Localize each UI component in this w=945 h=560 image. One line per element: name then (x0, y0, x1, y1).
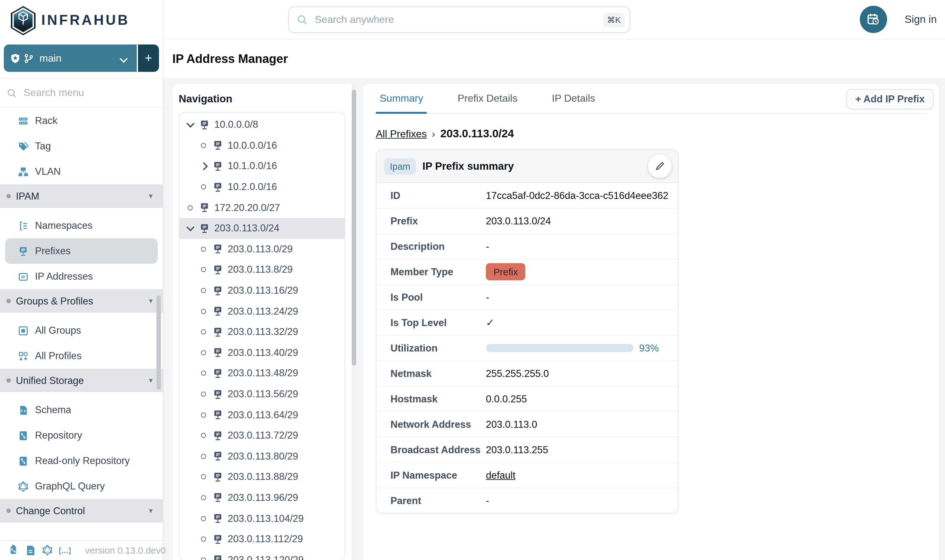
chevron-down-icon (121, 52, 126, 64)
global-search-input[interactable] (313, 13, 597, 26)
tree-node-label: 203.0.113.80/29 (228, 451, 298, 462)
prefix-summary-card: Ipam IP Prefix summary ID 17cca5af-0dc2-… (376, 149, 678, 514)
svg-text:IP: IP (216, 163, 219, 167)
tree-node[interactable]: IP 203.0.113.112/29 (179, 529, 345, 549)
svg-text:IP: IP (216, 535, 219, 540)
ip-prefix-icon: IP (213, 140, 223, 151)
sidebar-item-vlan[interactable]: VLAN (0, 159, 163, 184)
tree-node[interactable]: IP 203.0.113.88/29 (179, 466, 345, 487)
sidebar-item-read-only-repository[interactable]: Read-only Repository (0, 448, 163, 474)
sidebar-item-all-groups[interactable]: All Groups (0, 318, 163, 343)
main-column: ⌘K Sign in IP Address Manager Nav (163, 0, 945, 560)
tree-node-label: 203.0.113.120/29 (228, 554, 304, 560)
sidebar-item-namespaces[interactable]: Namespaces (0, 213, 163, 238)
tree-node[interactable]: IP 10.1.0.0/16 (179, 156, 345, 176)
nav-panel-scrollbar-thumb[interactable] (351, 90, 356, 366)
graphql-icon[interactable] (42, 545, 53, 556)
tree-node[interactable]: IP 172.20.20.0/27 (179, 197, 345, 218)
swagger-icon[interactable]: {…} (59, 545, 71, 556)
detail-label: Description (390, 241, 486, 252)
chevron-down-icon[interactable] (186, 227, 194, 231)
detail-row-ip-namespace: IP Namespace default (376, 463, 678, 488)
sidebar: INFRAHUB main + (0, 0, 163, 560)
tree-node-label: 203.0.113.0/29 (228, 243, 293, 255)
sidebar-item-rack[interactable]: Rack (0, 108, 163, 134)
time-travel-button[interactable] (859, 6, 887, 33)
utilization-percent: 93% (639, 342, 659, 354)
sidebar-section-groups-profiles[interactable]: Groups & Profiles ▼ (0, 289, 163, 313)
breadcrumb-link-all-prefixes[interactable]: All Prefixes (376, 128, 427, 140)
sidebar-item-label: All Groups (35, 325, 81, 336)
tree-node[interactable]: IP 203.0.113.0/29 (179, 239, 345, 259)
detail-row-utilization: Utilization 93% (376, 335, 678, 361)
tree-node[interactable]: IP 203.0.113.40/29 (179, 342, 345, 363)
sign-in-button[interactable]: Sign in (905, 13, 937, 25)
tree-node[interactable]: IP 203.0.113.56/29 (179, 384, 345, 404)
tree-node[interactable]: IP 10.0.0.0/16 (179, 135, 345, 156)
section-dot (6, 509, 11, 513)
tab-ip-details[interactable]: IP Details (548, 93, 599, 114)
namespace-link[interactable]: default (486, 469, 515, 481)
checkmark-icon: ✓ (486, 317, 495, 329)
leaf-dot-icon (199, 329, 208, 334)
tree-node[interactable]: IP 203.0.113.96/29 (179, 487, 345, 508)
sidebar-item-repository[interactable]: Repository (0, 423, 163, 448)
tree-node[interactable]: IP 203.0.113.64/29 (179, 405, 345, 425)
tree-node[interactable]: IP 203.0.113.16/29 (179, 280, 345, 301)
ip-prefix-icon: IP (199, 223, 210, 234)
leaf-dot-icon (199, 247, 208, 252)
breadcrumb: All Prefixes › 203.0.113.0/24 (376, 127, 926, 140)
leaf-dot-icon (199, 557, 208, 560)
sidebar-item-tag[interactable]: Tag (0, 134, 163, 159)
detail-value-text: - (486, 291, 489, 303)
tree-node[interactable]: IP 203.0.113.8/29 (179, 259, 345, 280)
svg-text:IP: IP (202, 225, 206, 229)
leaf-dot-icon (199, 537, 208, 542)
tree-node[interactable]: IP 203.0.113.80/29 (179, 446, 345, 466)
tree-node[interactable]: IP 203.0.113.32/29 (179, 322, 345, 342)
tree-node[interactable]: IP 203.0.113.24/29 (179, 301, 345, 322)
detail-label: Parent (390, 495, 486, 506)
sidebar-section-change-control[interactable]: Change Control ▼ (0, 499, 163, 523)
branch-selector[interactable]: main (4, 45, 137, 72)
chevron-down-icon[interactable] (186, 123, 194, 127)
sidebar-scrollbar[interactable] (156, 295, 161, 390)
namespaces-icon (18, 220, 29, 231)
svg-text:IP: IP (216, 349, 219, 354)
tree-node[interactable]: IP 203.0.113.48/29 (179, 363, 345, 384)
docs-icon[interactable] (25, 545, 36, 556)
tree-node[interactable]: IP 203.0.113.0/24 (179, 218, 345, 239)
sidebar-item-ip-addresses[interactable]: IP IP Addresses (0, 264, 163, 289)
sidebar-item-prefixes[interactable]: IP Prefixes (5, 238, 158, 264)
svg-text:IP: IP (216, 287, 219, 291)
add-ip-prefix-button[interactable]: + Add IP Prefix (846, 89, 934, 109)
tree-node[interactable]: IP 10.2.0.0/16 (179, 177, 345, 197)
tab-summary[interactable]: Summary (376, 93, 427, 114)
tree-node[interactable]: IP 203.0.113.104/29 (179, 508, 345, 529)
svg-text:IP: IP (21, 274, 25, 279)
tab-prefix-details[interactable]: Prefix Details (454, 93, 521, 114)
leaf-dot-icon (199, 412, 208, 417)
sidebar-section-ipam[interactable]: IPAM ▼ (0, 184, 163, 208)
sidebar-search-input[interactable] (22, 86, 156, 99)
tree-node-label: 203.0.113.72/29 (228, 430, 298, 441)
svg-text:IP: IP (216, 452, 219, 457)
add-branch-button[interactable]: + (138, 45, 159, 72)
sidebar-item-label: Schema (35, 404, 71, 416)
tree-node[interactable]: IP 203.0.113.120/29 (179, 549, 345, 560)
tree-node[interactable]: IP 203.0.113.72/29 (179, 425, 345, 446)
tree-node-label: 203.0.113.48/29 (228, 368, 298, 379)
sidebar-item-label: Rack (35, 115, 57, 126)
sidebar-item-graphql-query[interactable]: GraphQL Query (0, 474, 163, 499)
git-branch-icon[interactable] (8, 545, 19, 556)
sidebar-item-schema[interactable]: Schema (0, 397, 163, 423)
leaf-dot-icon (199, 371, 208, 376)
sidebar-section-unified-storage[interactable]: Unified Storage ▼ (0, 369, 163, 392)
sidebar-item-all-profiles[interactable]: All Profiles (0, 343, 163, 369)
edit-button[interactable] (648, 154, 672, 178)
tree-node[interactable]: IP 10.0.0.0/8 (179, 114, 345, 135)
profiles-icon (18, 351, 29, 362)
ip-prefix-icon: IP (213, 451, 223, 462)
tree-node-label: 203.0.113.56/29 (228, 388, 298, 400)
chevron-right-icon[interactable] (199, 163, 208, 169)
